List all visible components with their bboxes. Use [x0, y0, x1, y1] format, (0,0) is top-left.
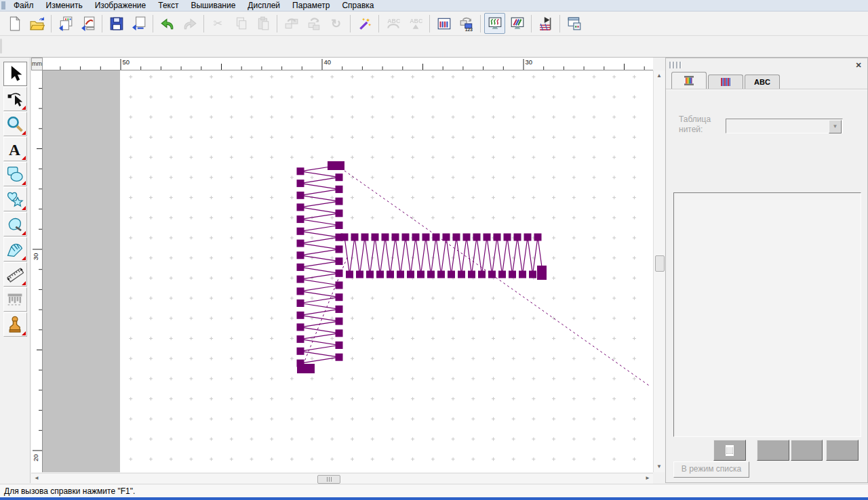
- text-arc-button[interactable]: ABC: [382, 13, 403, 34]
- menu-item-5[interactable]: Вышивание: [184, 0, 241, 12]
- svg-text:ABC: ABC: [410, 17, 423, 24]
- toolbar-separator: [378, 15, 379, 33]
- text-envelope-button[interactable]: ABC: [405, 13, 426, 34]
- swap-order-button[interactable]: [281, 13, 302, 34]
- menu-item-7[interactable]: Параметр: [286, 0, 336, 12]
- regenerate-button[interactable]: ↻: [326, 13, 347, 34]
- measure-icon: [6, 266, 24, 283]
- magic-wand-button[interactable]: ✦✦✦: [354, 13, 375, 34]
- select-tool-button[interactable]: [3, 62, 27, 86]
- open-design-icon: [30, 16, 45, 31]
- view-stitches-button[interactable]: [484, 13, 505, 34]
- toolbar-separator: [277, 15, 277, 33]
- embroidery-design: [43, 70, 653, 472]
- stitch-simulator-button[interactable]: [535, 13, 556, 34]
- toolbar-grip[interactable]: [0, 39, 2, 54]
- hoop-margin: [43, 70, 120, 472]
- copy-button[interactable]: [230, 13, 251, 34]
- motif-tool-button[interactable]: [3, 187, 27, 211]
- import-image-button[interactable]: [55, 13, 76, 34]
- svg-text:40: 40: [324, 58, 332, 66]
- zoom-tool-button[interactable]: [3, 112, 27, 136]
- freehand-tool-button[interactable]: [3, 212, 27, 236]
- panel-layout-button[interactable]: [564, 13, 585, 34]
- panel-grip-icon[interactable]: [669, 62, 682, 68]
- rotate-copies-button[interactable]: [303, 13, 324, 34]
- panel-title-bar[interactable]: ✕: [666, 60, 867, 70]
- node-edit-tool-button[interactable]: [3, 87, 27, 111]
- anchor-block: [328, 161, 344, 170]
- measure-tool-button[interactable]: [3, 262, 27, 287]
- stitch-library-icon: [437, 16, 452, 31]
- sew-settings-tool-button[interactable]: [3, 287, 27, 312]
- stitch-library-button[interactable]: [433, 13, 454, 34]
- panel-tab-stitches[interactable]: [708, 75, 743, 89]
- menu-item-8[interactable]: Справка: [336, 0, 380, 12]
- save-button[interactable]: [106, 13, 127, 34]
- menu-item-6[interactable]: Дисплей: [241, 0, 286, 12]
- redo-button[interactable]: [179, 13, 200, 34]
- panel-tab-lettering[interactable]: ABC: [745, 75, 780, 89]
- sew-comb-icon: [6, 291, 24, 308]
- thread-table-combobox[interactable]: ▼: [726, 119, 843, 133]
- horizontal-scrollbar[interactable]: ◄ ►: [31, 473, 653, 484]
- view-colors-button[interactable]: [507, 13, 528, 34]
- new-document-icon: [7, 16, 22, 31]
- anchor-block: [537, 266, 547, 280]
- stamp-tool-button[interactable]: [3, 312, 27, 337]
- design-canvas[interactable]: [43, 70, 653, 472]
- svg-text:ABC: ABC: [387, 17, 401, 24]
- menu-item-4[interactable]: Текст: [152, 0, 184, 12]
- scroll-left-arrow-icon[interactable]: ◄: [31, 474, 42, 484]
- menu-item-3[interactable]: Изображение: [89, 0, 153, 12]
- open-design-button[interactable]: [26, 13, 47, 34]
- scroll-down-arrow-icon[interactable]: ▼: [654, 461, 665, 472]
- svg-text:123: 123: [465, 27, 472, 31]
- sequence-numbers-button[interactable]: 123: [456, 13, 477, 34]
- scroll-up-arrow-icon[interactable]: ▲: [654, 70, 665, 81]
- stitch-simulator-icon: [538, 16, 553, 31]
- spool-view-button[interactable]: [713, 440, 746, 461]
- satin-column-stitches: [300, 165, 339, 363]
- scroll-right-arrow-icon[interactable]: ►: [642, 474, 653, 484]
- column-fan-icon: [6, 241, 24, 258]
- vertical-scroll-thumb[interactable]: [655, 255, 665, 272]
- action-4-button[interactable]: [826, 440, 859, 461]
- column-tool-button[interactable]: [3, 237, 27, 262]
- anchor-block: [297, 364, 315, 373]
- panel-tab-threads[interactable]: [671, 72, 707, 89]
- stitch-swatch-icon: [719, 77, 732, 87]
- copy-icon: [233, 16, 248, 31]
- menu-item-1[interactable]: Файл: [7, 0, 40, 12]
- undo-button[interactable]: [157, 13, 178, 34]
- secondary-toolbar-area: [0, 36, 868, 58]
- import-artwork-button[interactable]: [77, 13, 98, 34]
- satin-band-stitches: [344, 237, 543, 274]
- vertical-scrollbar[interactable]: ▲ ▼: [653, 70, 665, 472]
- cut-button[interactable]: ✂: [208, 13, 229, 34]
- vertical-ruler: 3020: [31, 70, 43, 472]
- swap-order-icon: [284, 16, 299, 31]
- combobox-dropdown-arrow-icon[interactable]: ▼: [829, 120, 842, 133]
- grid-dots: [129, 75, 636, 461]
- new-document-button[interactable]: [4, 13, 25, 34]
- save-as-button[interactable]: [128, 13, 149, 34]
- thread-spool-icon: [683, 75, 695, 86]
- svg-text:30: 30: [526, 58, 533, 66]
- view-stitches-icon: [488, 16, 502, 31]
- shape-tool-button[interactable]: [3, 162, 27, 186]
- stamp-icon: [6, 316, 24, 333]
- svg-text:30: 30: [32, 253, 39, 260]
- toolbar-separator: [350, 15, 351, 33]
- text-tool-button[interactable]: A: [3, 137, 27, 161]
- thread-list-box[interactable]: [673, 192, 861, 437]
- action-2-button[interactable]: [757, 440, 789, 461]
- action-3-button[interactable]: [791, 440, 823, 461]
- taskbar-edge: [0, 497, 868, 500]
- menu-item-2[interactable]: Изменить: [40, 0, 89, 12]
- list-mode-button[interactable]: В режим списка: [673, 461, 749, 478]
- paste-button[interactable]: [252, 13, 273, 34]
- horizontal-scroll-thumb[interactable]: [317, 475, 340, 484]
- panel-layout-icon: [567, 16, 582, 31]
- panel-close-icon[interactable]: ✕: [854, 60, 863, 70]
